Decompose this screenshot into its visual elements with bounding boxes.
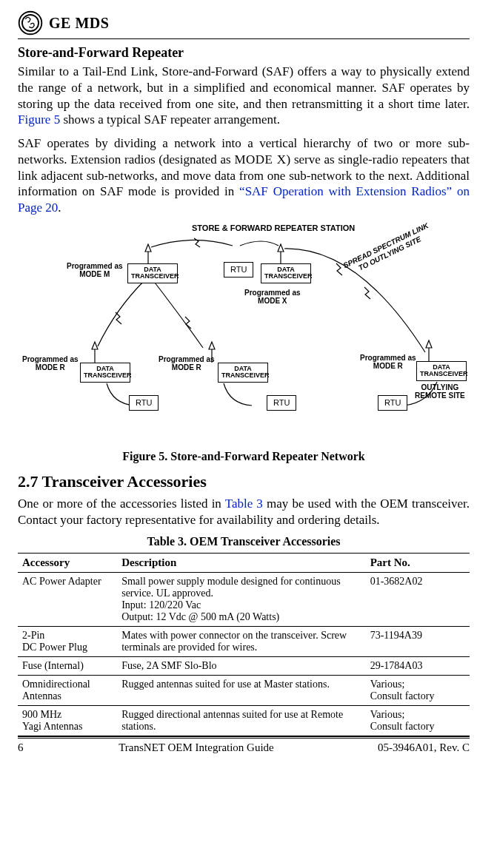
- mode-r3-text: MODE R: [373, 362, 403, 370]
- cell-description: Mates with power connector on the transc…: [117, 627, 366, 657]
- box-rtu-3: RTU: [378, 395, 407, 411]
- label-mode-x: Programmed as MODE X: [244, 289, 301, 306]
- paragraph-2: SAF operates by dividing a network into …: [18, 135, 470, 216]
- mode-x-text: MODE X: [258, 297, 287, 305]
- prog-as-x: Programmed as: [244, 289, 301, 297]
- p3-text-a: One or more of the accessories listed in: [18, 497, 225, 511]
- cell-accessory: 2-PinDC Power Plug: [18, 627, 117, 657]
- box-rtu-2: RTU: [267, 395, 296, 411]
- label-mode-m: Programmed as MODE M: [67, 262, 123, 279]
- prog-as-r3: Programmed as: [360, 354, 416, 362]
- label-outlying-site: OUTLYINGREMOTE SITE: [415, 383, 465, 400]
- heading-2-7: 2.7 Transceiver Accessories: [18, 472, 470, 491]
- table-head-row: Accessory Description Part No.: [18, 554, 470, 573]
- cell-accessory: Fuse (Internal): [18, 657, 117, 676]
- cell-description: Rugged directional antennas suited for u…: [117, 706, 366, 736]
- box-rtu-top: RTU: [224, 262, 253, 278]
- figure5-ref-link[interactable]: Figure 5: [18, 112, 60, 127]
- cell-description: Fuse, 2A SMF Slo-Blo: [117, 657, 366, 676]
- box-dt-remote-2: DATATRANSCEIVER: [218, 363, 268, 383]
- box-dt-top-left: DATATRANSCEIVER: [127, 263, 178, 283]
- mode-r1-text: MODE R: [36, 363, 65, 371]
- paragraph-3: One or more of the accessories listed in…: [18, 496, 470, 528]
- p2-text-c: .: [58, 201, 61, 215]
- table3-ref-link[interactable]: Table 3: [225, 497, 263, 511]
- table-row: Omnidirectional Antennas Rugged antennas…: [18, 676, 470, 706]
- label-mode-r-2: Programmed as MODE R: [159, 355, 215, 372]
- th-partno: Part No.: [366, 554, 470, 573]
- box-dt-top-right: DATATRANSCEIVER: [261, 263, 311, 283]
- diagram-lines: [18, 223, 470, 445]
- mode-x-smallcaps: MODE X: [234, 152, 286, 166]
- brand-text: GE MDS: [49, 15, 109, 32]
- mode-r2-text: MODE R: [172, 363, 201, 371]
- table-3-caption: Table 3. OEM Transceiver Accessories: [18, 535, 470, 548]
- th-accessory: Accessory: [18, 554, 117, 573]
- cell-partno: Various;Consult factory: [366, 676, 470, 706]
- box-dt-outlying: DATATRANSCEIVER: [416, 361, 467, 381]
- prog-as-r1: Programmed as: [22, 355, 79, 363]
- paragraph-1: Similar to a Tail-End Link, Store-and-Fo…: [18, 64, 470, 128]
- cell-partno: 73-1194A39: [366, 627, 470, 657]
- svg-point-1: [22, 15, 39, 31]
- cell-partno: 01-3682A02: [366, 573, 470, 627]
- box-dt-remote-1: DATATRANSCEIVER: [80, 363, 130, 383]
- cell-accessory: 900 MHzYagi Antennas: [18, 706, 117, 736]
- box-rtu-1: RTU: [129, 395, 159, 411]
- table-row: 900 MHzYagi Antennas Rugged directional …: [18, 706, 470, 736]
- footer-title: TransNET OEM Integration Guide: [119, 741, 274, 754]
- prog-as-m: Programmed as: [67, 262, 123, 270]
- footer-page-number: 6: [18, 741, 34, 754]
- heading-saf: Store-and-Forward Repeater: [18, 45, 470, 61]
- label-mode-r-1: Programmed as MODE R: [22, 355, 79, 372]
- prog-as-r2: Programmed as: [159, 355, 215, 363]
- figure-5-diagram: STORE & FORWARD REPEATER STATION: [18, 223, 470, 445]
- ge-logo-icon: [18, 10, 43, 36]
- cell-description: Rugged antennas suited for use at Master…: [117, 676, 366, 706]
- p1-text-b: shows a typical SAF repeater arrangement…: [60, 112, 280, 127]
- figure-5-caption: Figure 5. Store-and-Forward Repeater Net…: [18, 450, 470, 463]
- label-mode-r-3: Programmed as MODE R: [360, 354, 416, 371]
- th-description: Description: [117, 554, 366, 573]
- footer-docrev: 05-3946A01, Rev. C: [358, 741, 470, 754]
- cell-accessory: AC Power Adapter: [18, 573, 117, 627]
- table-row: AC Power Adapter Small power supply modu…: [18, 573, 470, 627]
- cell-partno: Various;Consult factory: [366, 706, 470, 736]
- accessories-table: Accessory Description Part No. AC Power …: [18, 553, 470, 736]
- page-footer: 6 TransNET OEM Integration Guide 05-3946…: [18, 738, 470, 754]
- table-row: Fuse (Internal) Fuse, 2A SMF Slo-Blo 29-…: [18, 657, 470, 676]
- brand-header: GE MDS: [18, 10, 470, 39]
- cell-partno: 29-1784A03: [366, 657, 470, 676]
- table-row: 2-PinDC Power Plug Mates with power conn…: [18, 627, 470, 657]
- cell-accessory: Omnidirectional Antennas: [18, 676, 117, 706]
- p1-text-a: Similar to a Tail-End Link, Store-and-Fo…: [18, 64, 470, 111]
- mode-m-text: MODE M: [79, 270, 110, 278]
- cell-description: Small power supply module designed for c…: [117, 573, 366, 627]
